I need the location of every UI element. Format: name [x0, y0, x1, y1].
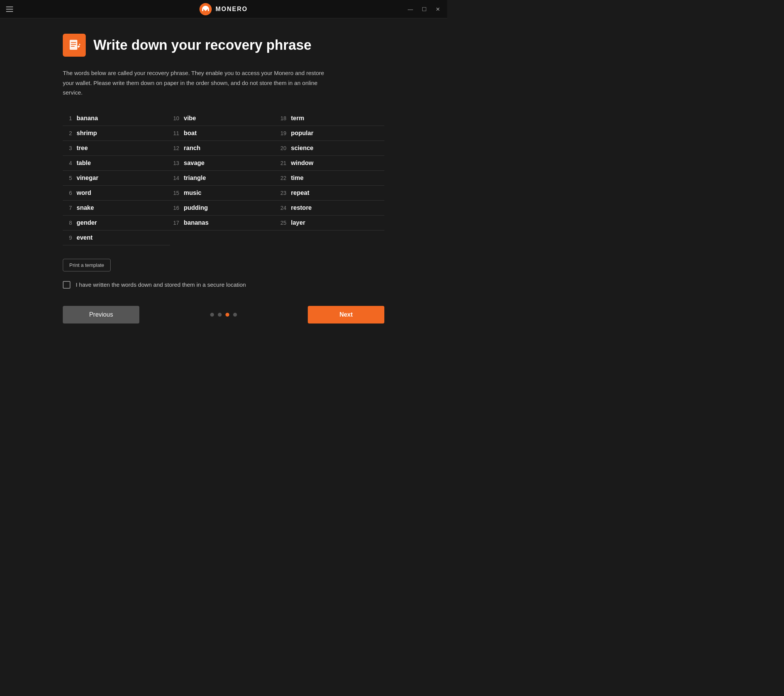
word-text: restore	[291, 205, 311, 211]
list-item: 21window	[277, 156, 384, 171]
word-grid: 1banana2shrimp3tree4table5vinegar6word7s…	[63, 111, 384, 246]
list-item: 13savage	[170, 156, 277, 171]
word-text: savage	[184, 160, 204, 167]
list-item: 23repeat	[277, 186, 384, 201]
list-item: 6word	[63, 186, 170, 201]
list-item: 10vibe	[170, 111, 277, 126]
word-text: tree	[77, 145, 88, 152]
app-title: MONERO	[216, 6, 248, 13]
word-text: term	[291, 115, 304, 122]
word-number: 15	[170, 190, 179, 196]
close-button[interactable]: ✕	[435, 6, 441, 12]
titlebar: MONERO — ☐ ✕	[0, 0, 447, 18]
word-number: 9	[63, 235, 72, 241]
page-header: Write down your recovery phrase	[63, 34, 384, 57]
word-number: 14	[170, 175, 179, 181]
list-item: 7snake	[63, 201, 170, 216]
word-text: word	[77, 190, 91, 196]
list-item: 19popular	[277, 126, 384, 141]
confirmation-section: I have written the words down and stored…	[63, 281, 384, 289]
word-number: 18	[277, 115, 287, 121]
list-item: 20science	[277, 141, 384, 156]
page-title: Write down your recovery phrase	[94, 37, 311, 53]
word-text: pudding	[184, 205, 208, 211]
word-number: 1	[63, 115, 72, 121]
main-content: Write down your recovery phrase The word…	[40, 18, 407, 339]
word-number: 20	[277, 145, 287, 151]
word-text: event	[77, 234, 93, 241]
word-text: banana	[77, 115, 98, 122]
minimize-button[interactable]: —	[407, 6, 413, 12]
word-column-3: 18term19popular20science21window22time23…	[277, 111, 384, 246]
list-item: 25layer	[277, 216, 384, 231]
list-item: 2shrimp	[63, 126, 170, 141]
word-text: snake	[77, 205, 94, 211]
word-number: 19	[277, 130, 287, 136]
word-number: 16	[170, 205, 179, 211]
print-template-button[interactable]: Print a template	[63, 259, 110, 271]
word-number: 6	[63, 190, 72, 196]
confirmation-label: I have written the words down and stored…	[76, 281, 246, 288]
word-column-1: 1banana2shrimp3tree4table5vinegar6word7s…	[63, 111, 170, 246]
confirmation-checkbox[interactable]	[63, 281, 71, 289]
word-number: 13	[170, 160, 179, 166]
word-text: vibe	[184, 115, 196, 122]
word-number: 4	[63, 160, 72, 166]
word-text: time	[291, 175, 303, 181]
word-text: music	[184, 190, 201, 196]
svg-rect-2	[71, 42, 76, 43]
pagination-dot	[218, 313, 222, 317]
word-text: window	[291, 160, 313, 167]
word-number: 8	[63, 220, 72, 226]
list-item: 17bananas	[170, 216, 277, 231]
next-button[interactable]: Next	[308, 306, 384, 323]
list-item: 18term	[277, 111, 384, 126]
maximize-button[interactable]: ☐	[421, 6, 427, 12]
notepad-icon	[68, 38, 81, 52]
word-number: 10	[170, 115, 179, 121]
word-number: 24	[277, 205, 287, 211]
list-item: 14triangle	[170, 171, 277, 186]
pagination-dot	[226, 313, 229, 317]
word-text: layer	[291, 219, 305, 226]
list-item: 9event	[63, 231, 170, 246]
window-controls: — ☐ ✕	[407, 6, 441, 12]
word-number: 25	[277, 220, 287, 226]
word-text: science	[291, 145, 313, 152]
svg-rect-4	[71, 46, 75, 47]
list-item: 8gender	[63, 216, 170, 231]
word-text: popular	[291, 130, 313, 137]
pagination-dot	[210, 313, 214, 317]
word-text: ranch	[184, 145, 201, 152]
page-description: The words below are called your recovery…	[63, 68, 331, 97]
word-number: 5	[63, 175, 72, 181]
sidebar-toggle[interactable]	[6, 5, 14, 13]
list-item: 3tree	[63, 141, 170, 156]
list-item: 15music	[170, 186, 277, 201]
list-item: 22time	[277, 171, 384, 186]
pagination-dot	[233, 313, 237, 317]
word-text: shrimp	[77, 130, 97, 137]
svg-rect-3	[71, 44, 76, 45]
word-text: gender	[77, 219, 97, 226]
word-number: 7	[63, 205, 72, 211]
list-item: 1banana	[63, 111, 170, 126]
word-number: 22	[277, 175, 287, 181]
word-text: boat	[184, 130, 197, 137]
word-number: 21	[277, 160, 287, 166]
list-item: 16pudding	[170, 201, 277, 216]
list-item: 11boat	[170, 126, 277, 141]
word-number: 12	[170, 145, 179, 151]
word-text: vinegar	[77, 175, 98, 181]
word-number: 23	[277, 190, 287, 196]
list-item: 12ranch	[170, 141, 277, 156]
titlebar-center: MONERO	[199, 3, 248, 15]
navigation: Previous Next	[63, 306, 384, 323]
previous-button[interactable]: Previous	[63, 306, 139, 323]
page-icon	[63, 34, 86, 57]
list-item: 24restore	[277, 201, 384, 216]
word-number: 17	[170, 220, 179, 226]
word-text: repeat	[291, 190, 309, 196]
sidebar-toggle-area	[6, 5, 14, 13]
monero-logo-icon	[199, 3, 212, 15]
